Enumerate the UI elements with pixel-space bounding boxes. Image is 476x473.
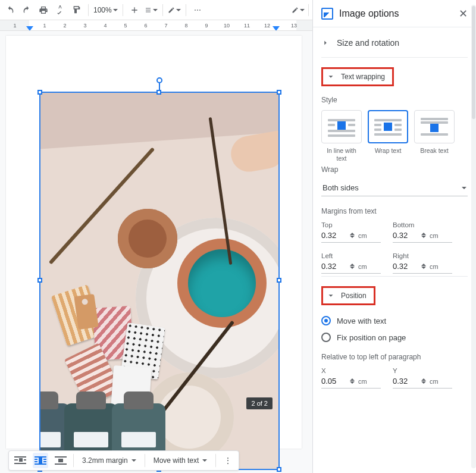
svg-rect-8 [35, 459, 37, 460]
position-x-spinner[interactable] [350, 378, 355, 384]
right-indent-marker[interactable] [273, 26, 280, 31]
resize-handle-tl[interactable] [37, 90, 42, 95]
redo-button[interactable] [20, 4, 33, 17]
margin-right-input[interactable] [393, 262, 418, 271]
position-y-spinner[interactable] [421, 378, 426, 384]
wrap-side-select[interactable]: Both sides [321, 180, 468, 196]
svg-rect-3 [14, 459, 18, 461]
insert-image-button[interactable] [128, 4, 141, 17]
style-option-break[interactable]: Break text [414, 110, 455, 162]
zoom-value: 100% [93, 6, 112, 14]
image-more-button[interactable]: ⋮ [221, 453, 235, 468]
svg-rect-4 [19, 458, 23, 462]
position-y-input[interactable] [393, 377, 418, 386]
margin-dropdown[interactable]: 3.2mm margin [79, 456, 140, 465]
margin-bottom-spinner[interactable] [421, 233, 426, 238]
resize-handle-tr[interactable] [277, 90, 281, 95]
rotation-handle[interactable] [156, 77, 162, 83]
spellcheck-button[interactable] [54, 4, 67, 17]
radio-move-with-text[interactable]: Move with text [321, 312, 468, 329]
resize-handle-mr[interactable] [277, 278, 281, 283]
margin-left-input[interactable] [321, 262, 346, 271]
svg-rect-10 [43, 459, 46, 460]
more-button[interactable]: ⋯ [191, 4, 204, 17]
svg-rect-11 [35, 461, 37, 462]
margin-bottom-field: Bottom cm [393, 221, 452, 243]
selection-outline [40, 93, 278, 469]
left-indent-marker[interactable] [26, 26, 33, 31]
main-toolbar: 100% ⋯ [0, 0, 312, 20]
close-panel-button[interactable]: ✕ [459, 7, 468, 20]
svg-rect-6 [14, 463, 26, 464]
chevron-down-icon [327, 292, 335, 300]
wrap-label: Wrap [321, 165, 468, 174]
wrap-break-text-button[interactable] [53, 453, 68, 468]
margin-left-field: Left cm [321, 252, 381, 274]
position-x-input[interactable] [321, 377, 346, 386]
undo-button[interactable] [4, 4, 17, 17]
svg-rect-15 [58, 459, 63, 462]
chevron-right-icon [321, 39, 330, 47]
svg-rect-13 [35, 463, 46, 465]
position-y-field: Y cm [393, 367, 452, 389]
page: 2 of 2 [6, 36, 302, 449]
image-context-toolbar: 3.2mm margin Move with text ⋮ [8, 450, 239, 471]
resize-handle-ml[interactable] [37, 278, 42, 283]
position-x-field: X cm [321, 367, 381, 389]
wrap-text-button[interactable] [33, 453, 48, 468]
svg-marker-0 [26, 26, 33, 31]
margin-right-field: Right cm [393, 252, 452, 274]
separator [308, 4, 309, 16]
svg-rect-2 [14, 456, 26, 458]
svg-rect-5 [24, 459, 26, 461]
svg-rect-14 [55, 456, 67, 458]
resize-handle-br[interactable] [277, 467, 281, 472]
margins-label: Margins from text [321, 207, 468, 215]
move-with-text-dropdown[interactable]: Move with text [150, 456, 211, 465]
border-color-dropdown[interactable] [168, 4, 181, 17]
svg-rect-16 [55, 463, 67, 465]
svg-rect-9 [39, 458, 42, 463]
separator [162, 4, 163, 16]
resize-handle-mt[interactable] [156, 90, 161, 95]
panel-scrollbar[interactable] [471, 5, 476, 468]
style-label: Style [321, 96, 468, 104]
editing-mode-dropdown[interactable] [292, 4, 305, 17]
chevron-down-icon [327, 73, 335, 81]
image-options-icon [321, 8, 333, 20]
margin-left-spinner[interactable] [350, 264, 355, 269]
svg-marker-1 [273, 26, 280, 31]
separator [123, 4, 123, 16]
svg-rect-7 [35, 456, 46, 458]
find-result-badge: 2 of 2 [246, 397, 273, 409]
style-option-wrap[interactable]: Wrap text [368, 110, 408, 162]
section-size-rotation[interactable]: Size and rotation [321, 37, 468, 55]
svg-rect-12 [43, 461, 46, 462]
horizontal-ruler[interactable]: 1 1 2 3 4 5 6 7 8 9 10 11 12 13 [0, 20, 312, 31]
radio-fix-position[interactable]: Fix position on page [321, 329, 468, 346]
separator [88, 4, 89, 16]
line-spacing-dropdown[interactable] [145, 4, 158, 17]
style-option-inline[interactable]: In line with text [321, 110, 362, 162]
zoom-dropdown[interactable]: 100% [93, 6, 118, 14]
relative-to-label: Relative to top left of paragraph [321, 353, 468, 361]
section-text-wrapping[interactable]: Text wrapping [321, 67, 394, 86]
wrap-inline-button[interactable] [12, 453, 28, 468]
margin-top-spinner[interactable] [350, 233, 355, 238]
document-canvas[interactable]: 2 of 2 3.2mm margin Move with text ⋮ [0, 31, 312, 473]
paint-format-button[interactable] [70, 4, 83, 17]
section-position[interactable]: Position [321, 286, 375, 305]
separator [186, 4, 186, 16]
margin-top-input[interactable] [321, 231, 346, 240]
image-options-panel: Image options ✕ Size and rotation Text w… [312, 0, 476, 473]
margin-top-field: Top cm [321, 221, 381, 243]
panel-title: Image options [339, 8, 453, 19]
margin-bottom-input[interactable] [393, 231, 418, 240]
print-button[interactable] [37, 4, 50, 17]
margin-right-spinner[interactable] [421, 264, 426, 269]
selected-image[interactable]: 2 of 2 [40, 93, 278, 469]
